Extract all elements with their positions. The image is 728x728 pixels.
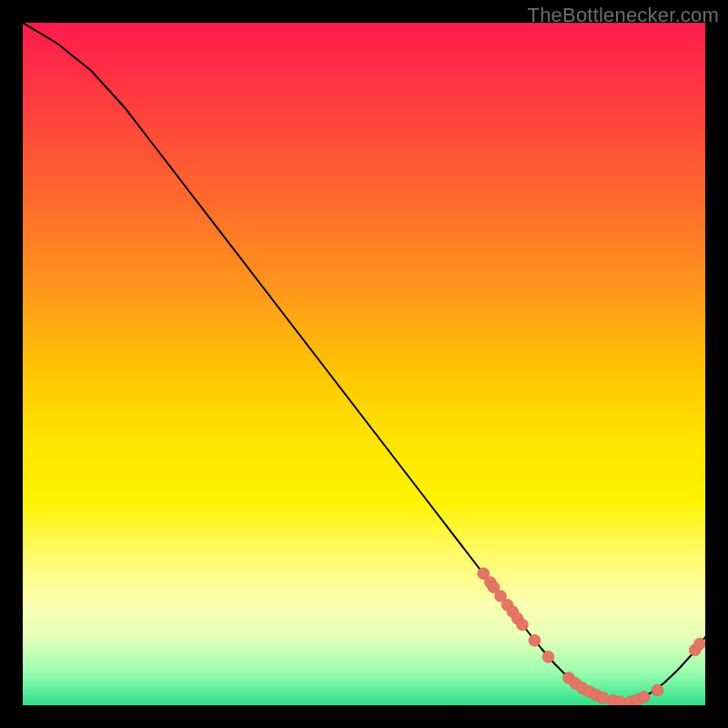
chart-container: TheBottlenecker.com — [0, 0, 728, 728]
watermark: TheBottlenecker.com — [528, 4, 719, 27]
data-point — [638, 692, 650, 703]
data-point — [542, 651, 554, 662]
data-point — [517, 619, 529, 631]
data-point — [614, 696, 626, 705]
data-point — [694, 638, 706, 650]
data-point — [529, 634, 541, 646]
chart-svg — [23, 23, 705, 705]
data-point — [652, 684, 663, 696]
points-group — [478, 568, 705, 705]
data-point — [597, 692, 609, 703]
chart-plot-area — [23, 23, 705, 705]
curve-group — [23, 23, 705, 702]
watermark-text: TheBottlenecker.com — [528, 4, 719, 26]
bottleneck-line — [23, 23, 705, 702]
